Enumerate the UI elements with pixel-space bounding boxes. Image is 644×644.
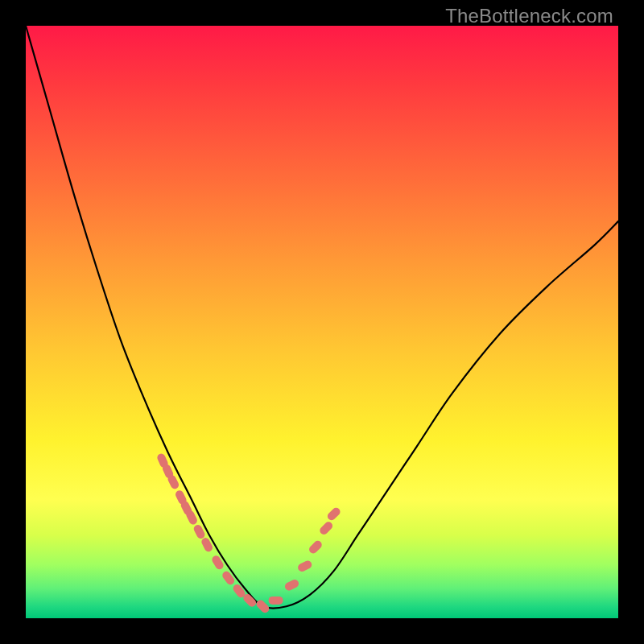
- highlight-marker: [296, 559, 313, 573]
- highlight-marker: [318, 520, 334, 536]
- bottleneck-curve-plot: [26, 26, 618, 618]
- chart-area: [26, 26, 618, 618]
- highlight-marker: [308, 539, 324, 555]
- watermark-text: TheBottleneck.com: [445, 5, 613, 27]
- bottleneck-curve: [26, 26, 618, 609]
- highlight-marker: [221, 570, 236, 586]
- highlight-marker: [269, 597, 283, 605]
- highlight-marker: [255, 598, 271, 614]
- highlight-marker: [283, 578, 300, 592]
- highlight-markers: [156, 452, 342, 614]
- highlight-marker: [326, 506, 342, 522]
